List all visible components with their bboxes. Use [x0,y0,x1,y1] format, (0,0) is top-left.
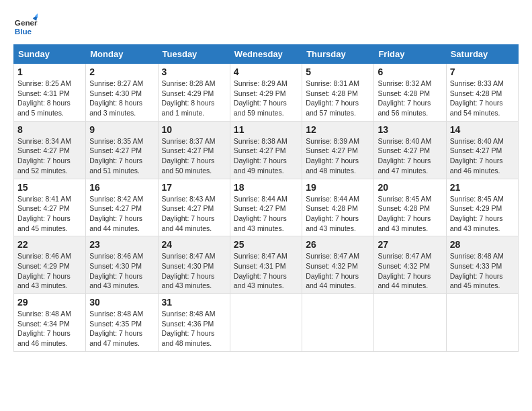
sunset-label: Sunset: 4:35 PM [89,320,142,328]
day-number: 27 [378,239,442,250]
day-info: Sunrise: 8:31 AM Sunset: 4:28 PM Dayligh… [306,79,370,118]
sunrise-label: Sunrise: 8:38 AM [234,137,287,145]
daylight-label: Daylight: 8 hours and 5 minutes. [17,99,71,117]
daylight-label: Daylight: 7 hours and 49 minutes. [234,156,287,175]
header-cell-monday: Monday [86,45,158,64]
daylight-label: Daylight: 7 hours and 43 minutes. [162,272,215,290]
calendar-cell: 21 Sunrise: 8:45 AM Sunset: 4:29 PM Dayl… [446,179,518,236]
calendar-cell: 18 Sunrise: 8:44 AM Sunset: 4:27 PM Dayl… [230,179,302,236]
sunrise-label: Sunrise: 8:42 AM [89,195,143,203]
day-number: 22 [17,239,82,250]
sunrise-label: Sunrise: 8:44 AM [306,195,359,203]
daylight-label: Daylight: 7 hours and 43 minutes. [306,214,359,232]
calendar-header: SundayMondayTuesdayWednesdayThursdayFrid… [14,45,519,64]
calendar-cell: 31 Sunrise: 8:48 AM Sunset: 4:36 PM Dayl… [158,294,230,352]
sunset-label: Sunset: 4:32 PM [378,262,430,270]
day-info: Sunrise: 8:48 AM Sunset: 4:36 PM Dayligh… [162,309,226,349]
calendar-table: SundayMondayTuesdayWednesdayThursdayFrid… [13,44,519,352]
sunset-label: Sunset: 4:27 PM [89,204,142,212]
day-info: Sunrise: 8:25 AM Sunset: 4:31 PM Dayligh… [17,79,82,118]
day-number: 4 [234,66,298,77]
day-number: 31 [162,297,226,308]
day-info: Sunrise: 8:45 AM Sunset: 4:29 PM Dayligh… [450,194,515,234]
calendar-cell: 10 Sunrise: 8:37 AM Sunset: 4:27 PM Dayl… [158,121,230,179]
calendar-cell: 9 Sunrise: 8:35 AM Sunset: 4:27 PM Dayli… [86,121,158,179]
calendar-cell: 3 Sunrise: 8:28 AM Sunset: 4:29 PM Dayli… [158,64,230,122]
day-number: 9 [89,124,154,135]
calendar-cell [230,294,302,352]
daylight-label: Daylight: 7 hours and 52 minutes. [17,156,71,175]
daylight-label: Daylight: 7 hours and 47 minutes. [89,329,142,347]
daylight-label: Daylight: 7 hours and 54 minutes. [450,99,503,117]
day-number: 23 [89,239,154,250]
sunset-label: Sunset: 4:27 PM [162,146,214,154]
sunset-label: Sunset: 4:27 PM [162,204,214,212]
day-number: 3 [162,66,226,77]
calendar-cell: 11 Sunrise: 8:38 AM Sunset: 4:27 PM Dayl… [230,121,302,179]
calendar-cell: 4 Sunrise: 8:29 AM Sunset: 4:29 PM Dayli… [230,64,302,122]
day-info: Sunrise: 8:48 AM Sunset: 4:34 PM Dayligh… [17,309,82,349]
calendar-cell: 2 Sunrise: 8:27 AM Sunset: 4:30 PM Dayli… [86,64,158,122]
calendar-cell: 20 Sunrise: 8:45 AM Sunset: 4:28 PM Dayl… [374,179,446,236]
logo: General Blue [13,13,38,38]
sunset-label: Sunset: 4:29 PM [234,89,286,97]
sunrise-label: Sunrise: 8:46 AM [17,252,71,260]
day-number: 25 [234,239,298,250]
page-header: General Blue [13,13,519,38]
day-number: 16 [89,182,154,193]
calendar-cell: 19 Sunrise: 8:44 AM Sunset: 4:28 PM Dayl… [302,179,374,236]
daylight-label: Daylight: 7 hours and 43 minutes. [234,272,287,290]
sunrise-label: Sunrise: 8:44 AM [234,195,287,203]
header-cell-sunday: Sunday [14,45,86,64]
daylight-label: Daylight: 7 hours and 46 minutes. [450,156,503,175]
week-row: 8 Sunrise: 8:34 AM Sunset: 4:27 PM Dayli… [14,121,519,179]
daylight-label: Daylight: 7 hours and 45 minutes. [450,272,503,290]
sunrise-label: Sunrise: 8:43 AM [162,195,216,203]
day-info: Sunrise: 8:32 AM Sunset: 4:28 PM Dayligh… [378,79,442,118]
daylight-label: Daylight: 7 hours and 44 minutes. [306,272,359,290]
sunrise-label: Sunrise: 8:28 AM [162,79,216,87]
calendar-cell: 8 Sunrise: 8:34 AM Sunset: 4:27 PM Dayli… [14,121,86,179]
sunset-label: Sunset: 4:28 PM [378,89,430,97]
day-number: 21 [450,182,515,193]
day-number: 30 [89,297,154,308]
sunrise-label: Sunrise: 8:46 AM [89,252,143,260]
day-info: Sunrise: 8:39 AM Sunset: 4:27 PM Dayligh… [306,136,370,176]
daylight-label: Daylight: 7 hours and 46 minutes. [17,329,71,347]
sunset-label: Sunset: 4:30 PM [89,89,142,97]
day-info: Sunrise: 8:48 AM Sunset: 4:35 PM Dayligh… [89,309,154,349]
daylight-label: Daylight: 8 hours and 3 minutes. [89,99,142,117]
daylight-label: Daylight: 7 hours and 50 minutes. [162,156,215,175]
header-cell-wednesday: Wednesday [230,45,302,64]
calendar-cell: 1 Sunrise: 8:25 AM Sunset: 4:31 PM Dayli… [14,64,86,122]
sunset-label: Sunset: 4:34 PM [17,320,70,328]
sunrise-label: Sunrise: 8:25 AM [17,79,71,87]
day-number: 11 [234,124,298,135]
day-info: Sunrise: 8:40 AM Sunset: 4:27 PM Dayligh… [378,136,442,176]
daylight-label: Daylight: 7 hours and 48 minutes. [162,329,215,347]
sunset-label: Sunset: 4:28 PM [306,89,358,97]
sunrise-label: Sunrise: 8:33 AM [450,79,504,87]
day-info: Sunrise: 8:41 AM Sunset: 4:27 PM Dayligh… [17,194,82,234]
sunrise-label: Sunrise: 8:45 AM [378,195,431,203]
calendar-cell: 23 Sunrise: 8:46 AM Sunset: 4:30 PM Dayl… [86,236,158,294]
sunrise-label: Sunrise: 8:40 AM [450,137,504,145]
sunset-label: Sunset: 4:27 PM [234,204,286,212]
sunrise-label: Sunrise: 8:35 AM [89,137,143,145]
sunrise-label: Sunrise: 8:48 AM [162,310,216,318]
day-info: Sunrise: 8:29 AM Sunset: 4:29 PM Dayligh… [234,79,298,118]
day-info: Sunrise: 8:35 AM Sunset: 4:27 PM Dayligh… [89,136,154,176]
calendar-cell: 30 Sunrise: 8:48 AM Sunset: 4:35 PM Dayl… [86,294,158,352]
day-number: 12 [306,124,370,135]
week-row: 15 Sunrise: 8:41 AM Sunset: 4:27 PM Dayl… [14,179,519,236]
sunset-label: Sunset: 4:30 PM [89,262,142,270]
sunrise-label: Sunrise: 8:47 AM [234,252,287,260]
sunrise-label: Sunrise: 8:27 AM [89,79,143,87]
sunset-label: Sunset: 4:31 PM [234,262,286,270]
day-number: 26 [306,239,370,250]
sunset-label: Sunset: 4:30 PM [162,262,214,270]
sunset-label: Sunset: 4:27 PM [450,146,502,154]
calendar-cell: 13 Sunrise: 8:40 AM Sunset: 4:27 PM Dayl… [374,121,446,179]
sunset-label: Sunset: 4:28 PM [378,204,430,212]
sunrise-label: Sunrise: 8:34 AM [17,137,71,145]
